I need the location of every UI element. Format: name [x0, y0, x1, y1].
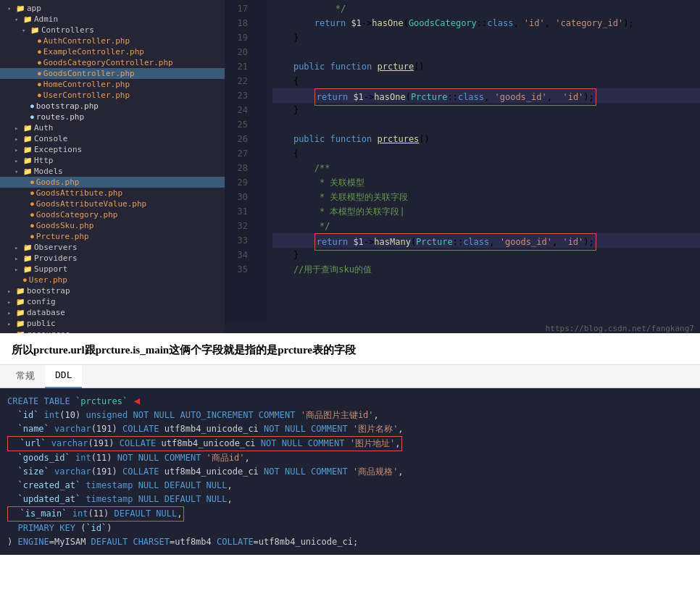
tree-item[interactable]: ▾📁Models — [0, 166, 225, 177]
code-line: } — [272, 30, 700, 45]
tree-label: GoodsSku.php — [36, 221, 93, 230]
tree-label: ExampleController.php — [43, 47, 144, 56]
tree-item[interactable]: ●UserController.php — [0, 90, 225, 101]
sql-line: `created_at` timestamp NULL DEFAULT NULL… — [7, 479, 693, 493]
code-line: { — [272, 146, 700, 161]
description-text: 所以prcture.url跟prcture.is_main这俩个字段就是指的是p… — [0, 333, 700, 365]
tree-label: UserController.php — [43, 91, 130, 100]
code-line: { — [272, 74, 700, 88]
tree-label: database — [27, 308, 65, 317]
tree-label: resources — [27, 330, 70, 333]
tree-item[interactable]: ●Goods.php — [0, 177, 225, 188]
tree-item[interactable]: ●HomeController.php — [0, 79, 225, 90]
tree-item[interactable]: ▸📁Support — [0, 264, 225, 275]
tree-label: Exceptions — [34, 145, 82, 154]
line-number: 24 — [225, 103, 248, 117]
tree-item[interactable]: ▸📁bootstrap — [0, 285, 225, 296]
line-number: 33 — [225, 233, 248, 248]
tree-label: GoodsCategory.php — [36, 210, 118, 219]
code-line: return $1->hasOne(Prcture::class, 'goods… — [272, 88, 700, 103]
tree-label: Models — [34, 167, 63, 176]
sql-line: `updated_at` timestamp NULL DEFAULT NULL… — [7, 493, 693, 506]
tree-label: HomeController.php — [43, 80, 130, 89]
sql-line: `name` varchar(191) COLLATE utf8mb4_unic… — [7, 422, 693, 436]
app-container: ▾📁app▾📁Admin▾📁Controllers●AuthController… — [0, 0, 700, 555]
tree-label: Goods.php — [36, 177, 80, 187]
tree-label: public — [27, 319, 56, 328]
line-number: 31 — [225, 204, 248, 219]
tree-item[interactable]: ▾📁Controllers — [0, 25, 225, 35]
tree-item[interactable]: ●GoodsAttributeValue.php — [0, 198, 225, 209]
tab-ddl[interactable]: DDL — [45, 365, 82, 388]
sql-line: `id` int(10) unsigned NOT NULL AUTO_INCR… — [7, 409, 693, 422]
code-line: * 关联模型 — [272, 175, 700, 190]
code-line: return $1->hasMany(Prcture::class, 'good… — [272, 233, 700, 248]
tree-label: bootstrap.php — [36, 101, 99, 111]
tree-label: Providers — [34, 254, 78, 263]
line-numbers: 17181920212223242526272829303132333435 — [225, 0, 254, 324]
tree-label: Console — [34, 134, 67, 143]
code-line: public function prctures() — [272, 132, 700, 146]
tree-item[interactable]: ●routes.php — [0, 112, 225, 122]
tree-item[interactable]: ●GoodsCategory.php — [0, 209, 225, 220]
line-number: 30 — [225, 190, 248, 204]
tree-item[interactable]: ▸📁Auth — [0, 122, 225, 133]
tree-item[interactable]: ▸📁resources — [0, 329, 225, 333]
sql-line: `is_main` int(11) DEFAULT NULL, — [7, 506, 693, 522]
sql-content: CREATE TABLE `prctures` ◀ `id` int(10) u… — [0, 388, 700, 555]
tree-item[interactable]: ▸📁Exceptions — [0, 144, 225, 155]
tree-item[interactable]: ●Prcture.php — [0, 231, 225, 242]
tree-label: app — [27, 4, 41, 13]
tree-label: GoodsAttribute.php — [36, 188, 122, 198]
tab-regular[interactable]: 常规 — [6, 365, 45, 388]
tree-item[interactable]: ●GoodsSku.php — [0, 220, 225, 231]
tree-label: GoodsAttributeValue.php — [36, 199, 146, 209]
line-number: 29 — [225, 175, 248, 190]
tree-item[interactable]: ●GoodsController.php — [0, 68, 225, 79]
tree-item[interactable]: ▾📁app — [0, 3, 225, 14]
tree-item[interactable]: ●GoodsAttribute.php — [0, 188, 225, 198]
tree-label: Auth — [34, 123, 54, 133]
editor-section: ▾📁app▾📁Admin▾📁Controllers●AuthController… — [0, 0, 700, 333]
tree-item[interactable]: ▸📁Providers — [0, 253, 225, 264]
tree-item[interactable]: ▸📁Console — [0, 133, 225, 144]
tree-item[interactable]: ▸📁public — [0, 318, 225, 329]
code-line — [272, 45, 700, 59]
tree-label: AuthController.php — [43, 36, 130, 46]
tree-item[interactable]: ●User.php — [0, 275, 225, 285]
fold-gutter — [254, 0, 267, 324]
tree-item[interactable]: ●GoodsCategoryController.php — [0, 57, 225, 68]
sql-line: `url` varchar(191) COLLATE utf8mb4_unico… — [7, 436, 693, 451]
watermark: https://blog.csdn.net/fangkang7 — [225, 324, 700, 333]
line-number: 17 — [225, 1, 248, 16]
sql-line: `goods_id` int(11) NOT NULL COMMENT '商品i… — [7, 451, 693, 465]
tree-label: Observers — [34, 243, 78, 252]
line-number: 22 — [225, 74, 248, 88]
tree-label: GoodsController.php — [43, 69, 135, 78]
tree-label: routes.php — [36, 112, 84, 122]
line-number: 25 — [225, 117, 248, 132]
tree-item[interactable]: ●ExampleController.php — [0, 46, 225, 57]
tree-item[interactable]: ▸📁Http — [0, 155, 225, 166]
line-number: 32 — [225, 219, 248, 233]
sql-line: CREATE TABLE `prctures` ◀ — [7, 394, 693, 409]
tree-label: Admin — [34, 14, 58, 24]
code-line — [272, 117, 700, 132]
tree-item[interactable]: ●AuthController.php — [0, 35, 225, 46]
tree-label: Controllers — [41, 25, 94, 35]
tree-item[interactable]: ●bootstrap.php — [0, 101, 225, 112]
tree-item[interactable]: ▸📁config — [0, 296, 225, 307]
tree-item[interactable]: ▾📁Admin — [0, 14, 225, 25]
tree-item[interactable]: ▸📁database — [0, 307, 225, 318]
tree-label: GoodsCategoryController.php — [43, 58, 173, 67]
code-line: * 本模型的关联字段| — [272, 204, 700, 219]
tree-label: Support — [34, 264, 67, 274]
tree-label: bootstrap — [27, 286, 70, 296]
tree-item[interactable]: ▸📁Observers — [0, 242, 225, 253]
tree-label: config — [27, 297, 56, 306]
line-number: 27 — [225, 146, 248, 161]
description-paragraph: 所以prcture.url跟prcture.is_main这俩个字段就是指的是p… — [12, 343, 688, 357]
file-tree: ▾📁app▾📁Admin▾📁Controllers●AuthController… — [0, 0, 225, 333]
sql-line: PRIMARY KEY (`id`) — [7, 522, 693, 535]
line-number: 34 — [225, 248, 248, 262]
